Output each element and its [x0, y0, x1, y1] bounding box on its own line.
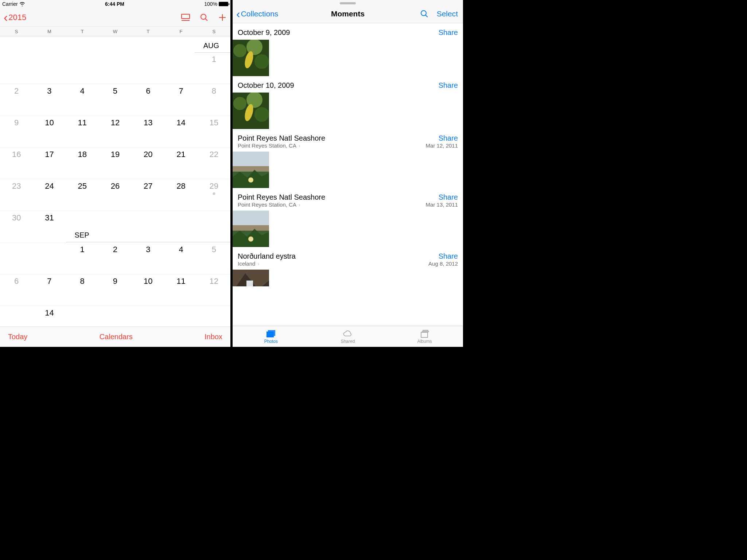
moment-header[interactable]: Norðurland eystraIceland›ShareAug 8, 201… — [233, 247, 463, 270]
calendar-day — [198, 211, 230, 243]
moment-section: Norðurland eystraIceland›ShareAug 8, 201… — [233, 247, 463, 286]
collections-back-button[interactable]: ‹ Collections — [236, 9, 278, 18]
calendar-day[interactable]: 21 — [164, 148, 197, 179]
photo-thumbnail[interactable] — [233, 152, 269, 188]
back-button[interactable]: ‹ 2015 — [4, 13, 26, 22]
svg-point-25 — [248, 236, 253, 242]
moment-header[interactable]: October 9, 2009Share — [233, 23, 463, 40]
share-button[interactable]: Share — [439, 28, 458, 37]
moment-section: Point Reyes Natl SeashorePoint Reyes Sta… — [233, 129, 463, 188]
tab-albums[interactable]: Albums — [386, 326, 463, 347]
svg-rect-31 — [421, 332, 428, 337]
share-button[interactable]: Share — [428, 252, 458, 261]
calendar-day[interactable]: 11 — [66, 116, 99, 147]
albums-icon — [420, 329, 430, 338]
photos-app: ‹ Collections Moments Select October 9, … — [233, 0, 463, 347]
calendar-day[interactable]: 16 — [0, 148, 33, 179]
moment-subtitle[interactable]: Iceland› — [238, 261, 296, 267]
calendar-day[interactable]: 2 — [0, 84, 33, 115]
moment-subtitle[interactable]: Point Reyes Station, CA› — [238, 142, 325, 149]
calendar-day[interactable]: 10 — [33, 116, 66, 147]
event-dot — [213, 192, 215, 195]
calendar-day[interactable]: 14 — [33, 306, 66, 313]
calendar-day[interactable]: 7 — [33, 274, 66, 306]
calendar-day — [0, 52, 33, 84]
list-view-icon[interactable] — [181, 13, 190, 21]
calendar-day[interactable]: 12 — [198, 274, 230, 306]
tab-photos[interactable]: Photos — [233, 326, 310, 347]
share-button[interactable]: Share — [439, 81, 458, 90]
photo-thumbnail[interactable] — [233, 211, 269, 247]
calendar-day[interactable]: 5 — [99, 84, 132, 115]
calendar-day — [33, 52, 66, 84]
moment-date: Mar 12, 2011 — [426, 142, 458, 149]
status-bar: Carrier 6:44 PM 100% — [0, 0, 230, 8]
calendar-grid[interactable]: AUG1234567891011121314151617181920212223… — [0, 36, 230, 326]
chevron-left-icon: ‹ — [236, 11, 240, 17]
calendar-day[interactable]: 1 — [66, 243, 99, 274]
moment-subtitle[interactable]: Point Reyes Station, CA› — [238, 201, 325, 208]
calendar-day[interactable]: 6 — [132, 84, 164, 115]
calendar-day[interactable]: 30 — [0, 211, 33, 243]
calendar-day[interactable]: 22 — [198, 148, 230, 179]
calendar-day[interactable]: 3 — [33, 84, 66, 115]
calendar-day[interactable]: 25 — [66, 179, 99, 211]
share-button[interactable]: Share — [426, 193, 458, 201]
calendar-day[interactable]: 3 — [132, 243, 164, 274]
calendar-day — [164, 52, 197, 84]
calendar-day[interactable]: 28 — [164, 179, 197, 211]
calendar-day[interactable]: 9 — [99, 274, 132, 306]
photo-thumbnail[interactable] — [233, 270, 269, 286]
calendar-day[interactable]: 8 — [66, 274, 99, 306]
calendar-day — [132, 306, 164, 313]
calendar-day[interactable]: 12 — [99, 116, 132, 147]
select-button[interactable]: Select — [437, 9, 458, 18]
calendar-day[interactable]: 23 — [0, 179, 33, 211]
photo-thumbnail[interactable] — [233, 40, 269, 76]
photo-thumbnail[interactable] — [233, 93, 269, 129]
add-icon[interactable] — [218, 13, 227, 22]
calendar-day[interactable]: 6 — [0, 274, 33, 306]
calendar-day[interactable]: 9 — [0, 116, 33, 147]
calendar-day[interactable]: 27 — [132, 179, 164, 211]
tab-shared[interactable]: Shared — [310, 326, 386, 347]
calendar-day[interactable]: 10 — [132, 274, 164, 306]
thumbnail-row — [233, 270, 463, 286]
calendar-day — [99, 52, 132, 84]
calendar-toolbar: Today Calendars Inbox — [0, 326, 230, 347]
moment-header[interactable]: Point Reyes Natl SeashorePoint Reyes Sta… — [233, 129, 463, 152]
today-button[interactable]: Today — [8, 333, 27, 341]
calendar-day[interactable]: 26 — [99, 179, 132, 211]
thumbnail-row — [233, 152, 463, 188]
calendar-day[interactable]: 31 — [33, 211, 66, 243]
calendar-day[interactable]: 8 — [198, 84, 230, 115]
calendar-day[interactable]: 29 — [198, 179, 230, 211]
calendar-day[interactable]: 24 — [33, 179, 66, 211]
moment-header[interactable]: Point Reyes Natl SeashorePoint Reyes Sta… — [233, 188, 463, 211]
calendar-day[interactable]: 4 — [164, 243, 197, 274]
moment-header[interactable]: October 10, 2009Share — [233, 76, 463, 93]
calendar-day[interactable]: 14 — [164, 116, 197, 147]
search-icon[interactable] — [200, 13, 209, 22]
svg-rect-28 — [246, 281, 253, 286]
calendar-day[interactable]: 7 — [164, 84, 197, 115]
calendar-day[interactable]: 17 — [33, 148, 66, 179]
calendars-button[interactable]: Calendars — [100, 333, 133, 341]
svg-point-9 — [233, 44, 246, 57]
calendar-day[interactable]: 2 — [99, 243, 132, 274]
calendar-day[interactable]: 15 — [198, 116, 230, 147]
calendar-day[interactable]: 1 — [198, 52, 230, 84]
calendar-day[interactable]: 18 — [66, 148, 99, 179]
share-button[interactable]: Share — [426, 134, 458, 142]
calendar-day[interactable]: 20 — [132, 148, 164, 179]
calendar-day[interactable]: 4 — [66, 84, 99, 115]
calendar-day[interactable]: 11 — [164, 274, 197, 306]
inbox-button[interactable]: Inbox — [205, 333, 222, 341]
calendar-day[interactable]: 13 — [132, 116, 164, 147]
thumbnail-row — [233, 40, 463, 76]
calendar-day[interactable]: 5 — [198, 243, 230, 274]
calendar-day — [198, 306, 230, 313]
moments-list[interactable]: October 9, 2009ShareOctober 10, 2009Shar… — [233, 23, 463, 326]
search-icon[interactable] — [420, 9, 429, 18]
calendar-day[interactable]: 19 — [99, 148, 132, 179]
